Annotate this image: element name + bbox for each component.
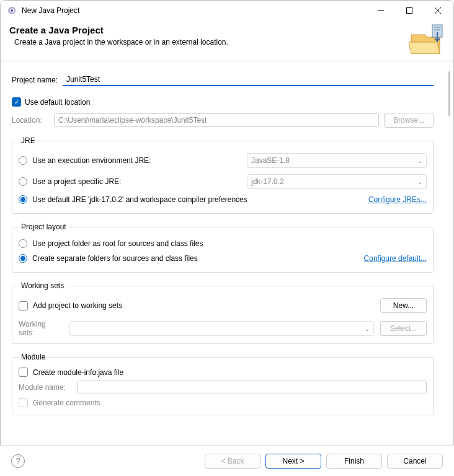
jre-option-execution-env-label: Use an execution environment JRE: <box>32 156 242 165</box>
jre-option-default-radio[interactable] <box>19 195 27 204</box>
back-button: < Back <box>205 454 260 469</box>
module-name-input <box>77 381 427 394</box>
cancel-button[interactable]: Cancel <box>387 454 443 469</box>
add-to-working-sets-checkbox[interactable] <box>19 301 28 311</box>
working-sets-select-label: Working sets: <box>19 320 63 337</box>
working-sets-new-button[interactable]: New... <box>380 298 427 313</box>
module-group: Module Create module-info.java file Modu… <box>12 353 434 415</box>
generate-comments-checkbox <box>19 398 28 407</box>
module-name-label: Module name: <box>19 383 72 392</box>
project-name-input[interactable] <box>63 74 434 86</box>
browse-button: Browse... <box>384 113 434 128</box>
configure-default-link[interactable]: Configure default... <box>364 254 427 263</box>
jre-option-default-label: Use default JRE 'jdk-17.0.2' and workspa… <box>32 195 363 204</box>
titlebar: New Java Project <box>1 1 453 20</box>
location-input <box>54 113 379 127</box>
jre-option-execution-env-radio[interactable] <box>19 156 27 165</box>
maximize-button[interactable] <box>395 1 424 20</box>
jre-legend: JRE <box>19 136 38 145</box>
window-title: New Java Project <box>22 6 367 15</box>
project-layout-legend: Project layout <box>19 223 69 231</box>
jre-group: JRE Use an execution environment JRE: Ja… <box>12 136 434 214</box>
finish-button[interactable]: Finish <box>326 454 382 469</box>
scrollbar-thumb[interactable] <box>448 71 450 116</box>
wizard-header: Create a Java Project Create a Java proj… <box>1 20 453 61</box>
jre-option-project-specific-label: Use a project specific JRE: <box>32 177 242 186</box>
page-title: Create a Java Project <box>9 25 401 35</box>
close-button[interactable] <box>424 1 452 20</box>
layout-separate-folders-radio[interactable] <box>19 254 27 263</box>
chevron-down-icon: ⌄ <box>365 325 370 332</box>
layout-root-folder-radio[interactable] <box>19 239 27 248</box>
help-icon[interactable]: ? <box>11 454 25 468</box>
working-sets-legend: Working sets <box>19 281 66 290</box>
window-icon <box>7 6 17 15</box>
scrollbar[interactable] <box>445 69 453 415</box>
next-button[interactable]: Next > <box>265 454 321 469</box>
svg-point-2 <box>11 9 13 12</box>
page-description: Create a Java project in the workspace o… <box>9 38 401 46</box>
chevron-down-icon: ⌄ <box>417 178 422 185</box>
working-sets-group: Working sets Add project to working sets… <box>12 281 434 344</box>
chevron-down-icon: ⌄ <box>417 157 422 164</box>
svg-rect-4 <box>407 8 412 14</box>
add-to-working-sets-label: Add project to working sets <box>33 301 375 310</box>
location-label: Location: <box>12 116 49 125</box>
create-module-info-label: Create module-info.java file <box>33 368 427 377</box>
working-sets-select: ⌄ <box>69 321 374 336</box>
project-layout-group: Project layout Use project folder as roo… <box>12 223 434 273</box>
project-name-label: Project name: <box>12 76 58 84</box>
wizard-footer: ? < Back Next > Finish Cancel <box>0 445 454 476</box>
use-default-location-label: Use default location <box>25 98 90 107</box>
use-default-location-checkbox[interactable]: ✓ <box>12 97 21 107</box>
project-jre-select: jdk-17.0.2 ⌄ <box>247 174 427 189</box>
execution-env-select: JavaSE-1.8 ⌄ <box>247 153 427 168</box>
generate-comments-label: Generate comments <box>33 399 427 407</box>
module-legend: Module <box>19 353 48 361</box>
working-sets-select-button: Select... <box>380 321 427 336</box>
wizard-banner-icon <box>409 24 445 56</box>
jre-option-project-specific-radio[interactable] <box>19 177 27 186</box>
layout-root-folder-label: Use project folder as root for sources a… <box>32 239 427 248</box>
configure-jres-link[interactable]: Configure JREs... <box>368 195 427 204</box>
create-module-info-checkbox[interactable] <box>19 368 28 377</box>
layout-separate-folders-label: Create separate folders for sources and … <box>32 254 359 263</box>
minimize-button[interactable] <box>367 1 395 20</box>
